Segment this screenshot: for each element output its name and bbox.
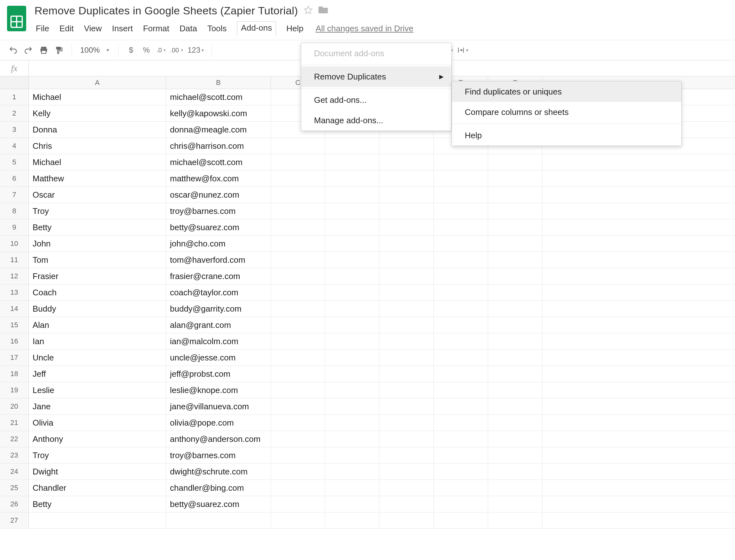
cell[interactable] xyxy=(325,496,380,512)
cell[interactable] xyxy=(488,447,542,463)
cell[interactable] xyxy=(380,203,434,219)
cell[interactable] xyxy=(488,350,542,366)
cell[interactable]: Troy xyxy=(29,447,166,463)
cell[interactable]: leslie@knope.com xyxy=(166,382,271,398)
cell[interactable] xyxy=(325,415,380,431)
cell[interactable]: Uncle xyxy=(29,350,166,366)
cell[interactable] xyxy=(434,431,488,447)
cell[interactable]: Buddy xyxy=(29,301,166,317)
row-header[interactable]: 23 xyxy=(0,447,29,463)
cell[interactable] xyxy=(488,512,542,528)
cell[interactable]: Anthony xyxy=(29,431,166,447)
row-header[interactable]: 22 xyxy=(0,431,29,447)
undo-button[interactable] xyxy=(6,43,20,57)
cell[interactable]: Donna xyxy=(29,122,166,138)
cell[interactable]: donna@meagle.com xyxy=(166,122,271,138)
cell[interactable] xyxy=(380,447,434,463)
redo-button[interactable] xyxy=(21,43,36,57)
cell[interactable] xyxy=(271,382,325,398)
row-header[interactable]: 9 xyxy=(0,219,29,235)
cell[interactable]: Dwight xyxy=(29,464,166,480)
cell[interactable] xyxy=(271,398,325,414)
cell[interactable]: troy@barnes.com xyxy=(166,203,271,219)
cell[interactable] xyxy=(434,398,488,414)
cell[interactable]: oscar@nunez.com xyxy=(166,187,271,203)
cell[interactable]: John xyxy=(29,236,166,252)
cell[interactable] xyxy=(271,415,325,431)
cell[interactable]: chandler@bing.com xyxy=(166,480,271,496)
cell[interactable] xyxy=(434,415,488,431)
cell[interactable] xyxy=(271,512,325,528)
cell[interactable]: Michael xyxy=(29,154,166,170)
cell[interactable]: Tom xyxy=(29,252,166,268)
cell[interactable] xyxy=(380,415,434,431)
menu-format[interactable]: Format xyxy=(143,24,169,34)
cell[interactable] xyxy=(380,187,434,203)
cell[interactable] xyxy=(434,382,488,398)
submenu-compare-columns[interactable]: Compare columns or sheets xyxy=(452,102,681,122)
row-header[interactable]: 26 xyxy=(0,496,29,512)
select-all-corner[interactable] xyxy=(0,76,29,89)
cell[interactable] xyxy=(380,333,434,349)
cell[interactable]: alan@grant.com xyxy=(166,317,271,333)
cell[interactable]: ian@malcolm.com xyxy=(166,333,271,349)
cell[interactable] xyxy=(434,284,488,300)
cell[interactable] xyxy=(325,236,380,252)
zoom-select[interactable]: 100%▼ xyxy=(77,46,113,55)
cell[interactable]: jeff@probst.com xyxy=(166,366,271,382)
column-header-B[interactable]: B xyxy=(166,76,271,89)
cell[interactable] xyxy=(434,301,488,317)
cell[interactable] xyxy=(271,284,325,300)
document-title[interactable]: Remove Duplicates in Google Sheets (Zapi… xyxy=(34,4,298,17)
format-currency-button[interactable]: $ xyxy=(124,43,138,57)
cell[interactable] xyxy=(271,187,325,203)
cell[interactable]: Betty xyxy=(29,496,166,512)
cell[interactable] xyxy=(380,382,434,398)
addons-remove-duplicates[interactable]: Remove Duplicates ▶ xyxy=(301,66,451,87)
row-header[interactable]: 24 xyxy=(0,464,29,480)
sheets-logo-icon[interactable] xyxy=(7,6,26,31)
cell[interactable] xyxy=(325,170,380,186)
cell[interactable]: Alan xyxy=(29,317,166,333)
row-header[interactable]: 16 xyxy=(0,333,29,349)
cell[interactable] xyxy=(488,333,542,349)
cell[interactable] xyxy=(434,512,488,528)
cell[interactable]: betty@suarez.com xyxy=(166,219,271,235)
cell[interactable] xyxy=(488,398,542,414)
decrease-decimal-button[interactable]: .0 xyxy=(154,43,169,57)
cell[interactable]: Ian xyxy=(29,333,166,349)
cell[interactable]: Frasier xyxy=(29,268,166,284)
cell[interactable] xyxy=(380,154,434,170)
row-header[interactable]: 1 xyxy=(0,89,29,105)
row-header[interactable]: 14 xyxy=(0,301,29,317)
cell[interactable] xyxy=(271,268,325,284)
addons-manage-addons[interactable]: Manage add-ons... xyxy=(301,110,451,131)
cell[interactable] xyxy=(488,219,542,235)
cell[interactable] xyxy=(434,203,488,219)
cell[interactable] xyxy=(325,252,380,268)
cell[interactable] xyxy=(488,431,542,447)
cell[interactable] xyxy=(434,464,488,480)
row-header[interactable]: 20 xyxy=(0,398,29,414)
cell[interactable] xyxy=(380,301,434,317)
cell[interactable] xyxy=(271,203,325,219)
cell[interactable] xyxy=(325,187,380,203)
cell[interactable]: dwight@schrute.com xyxy=(166,464,271,480)
cell[interactable] xyxy=(29,512,166,528)
cell[interactable]: coach@taylor.com xyxy=(166,284,271,300)
row-header[interactable]: 13 xyxy=(0,284,29,300)
cell[interactable] xyxy=(271,154,325,170)
cell[interactable] xyxy=(488,301,542,317)
cell[interactable] xyxy=(271,350,325,366)
row-header[interactable]: 27 xyxy=(0,512,29,528)
text-wrap-button[interactable]: ▾ xyxy=(455,43,470,57)
row-header[interactable]: 15 xyxy=(0,317,29,333)
cell[interactable] xyxy=(271,431,325,447)
row-header[interactable]: 4 xyxy=(0,138,29,154)
menu-edit[interactable]: Edit xyxy=(59,24,74,34)
cell[interactable]: buddy@garrity.com xyxy=(166,301,271,317)
menu-view[interactable]: View xyxy=(84,24,102,34)
cell[interactable] xyxy=(325,382,380,398)
cell[interactable] xyxy=(434,154,488,170)
cell[interactable] xyxy=(488,154,542,170)
